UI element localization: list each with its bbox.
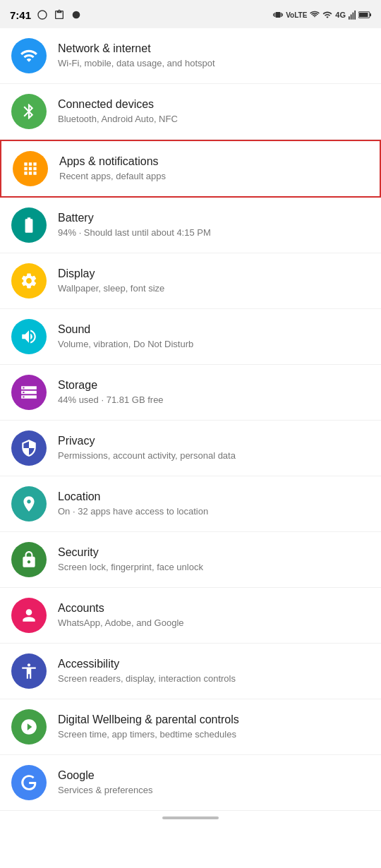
settings-item-sound[interactable]: Sound Volume, vibration, Do Not Disturb: [0, 309, 381, 365]
svg-rect-7: [359, 13, 368, 17]
settings-item-accessibility[interactable]: Accessibility Screen readers, display, i…: [0, 644, 381, 699]
google-title: Google: [58, 768, 370, 783]
google-text: Google Services & preferences: [58, 768, 370, 797]
digital-subtitle: Screen time, app timers, bedtime schedul…: [58, 729, 370, 741]
scroll-bar: [162, 816, 219, 819]
sound-settings-icon: [20, 327, 38, 346]
accessibility-subtitle: Screen readers, display, interaction con…: [58, 673, 370, 685]
settings-item-storage[interactable]: Storage 44% used · 71.81 GB free: [0, 365, 381, 421]
volte-indicator: VoLTE: [286, 11, 307, 19]
battery-settings-icon: [20, 216, 38, 234]
svg-rect-1: [349, 16, 350, 19]
accessibility-icon-circle: [11, 653, 47, 689]
display-text: Display Wallpaper, sleep, font size: [58, 267, 370, 295]
sound-title: Sound: [58, 323, 370, 337]
clipboard-icon: [54, 9, 65, 20]
privacy-settings-icon: [20, 439, 38, 457]
settings-item-apps[interactable]: Apps & notifications Recent apps, defaul…: [0, 140, 381, 198]
digital-text: Digital Wellbeing & parental controls Sc…: [58, 713, 370, 741]
apps-icon-circle: [13, 151, 48, 186]
wifi-icon: [20, 47, 38, 65]
signal2-icon: [349, 10, 356, 20]
apps-text: Apps & notifications Recent apps, defaul…: [59, 155, 368, 183]
storage-subtitle: 44% used · 71.81 GB free: [58, 394, 370, 406]
settings-item-battery[interactable]: Battery 94% · Should last until about 4:…: [0, 198, 381, 253]
location-subtitle: On · 32 apps have access to location: [58, 506, 370, 518]
settings-item-network[interactable]: Network & internet Wi-Fi, mobile, data u…: [0, 28, 381, 84]
security-title: Security: [58, 545, 370, 560]
wifi-calling-icon: [310, 10, 320, 20]
privacy-icon-circle: [11, 430, 47, 466]
location-title: Location: [58, 490, 370, 505]
network-icon-circle: [11, 38, 47, 73]
status-left: 7:41: [10, 9, 82, 21]
settings-item-digital[interactable]: Digital Wellbeing & parental controls Sc…: [0, 699, 381, 755]
display-subtitle: Wallpaper, sleep, font size: [58, 283, 370, 295]
settings-item-connected[interactable]: Connected devices Bluetooth, Android Aut…: [0, 84, 381, 140]
svg-rect-3: [353, 13, 354, 20]
accounts-icon-circle: [11, 598, 47, 633]
security-icon-circle: [11, 542, 47, 577]
privacy-title: Privacy: [58, 434, 370, 449]
status-right: VoLTE 4G: [273, 10, 371, 20]
network-text: Network & internet Wi-Fi, mobile, data u…: [58, 42, 370, 70]
settings-item-location[interactable]: Location On · 32 apps have access to loc…: [0, 476, 381, 532]
bluetooth-icon: [20, 102, 38, 121]
snapchat-icon: [37, 9, 48, 20]
digital-icon-circle: [11, 709, 47, 745]
storage-text: Storage 44% used · 71.81 GB free: [58, 378, 370, 406]
location-icon-circle: [11, 486, 47, 522]
google-settings-icon: [20, 773, 38, 792]
storage-icon-circle: [11, 375, 47, 410]
connected-subtitle: Bluetooth, Android Auto, NFC: [58, 114, 370, 126]
digital-wellbeing-icon: [20, 718, 38, 736]
connected-title: Connected devices: [58, 97, 370, 112]
settings-item-security[interactable]: Security Screen lock, fingerprint, face …: [0, 532, 381, 588]
storage-settings-icon: [20, 383, 38, 402]
network-subtitle: Wi-Fi, mobile, data usage, and hotspot: [58, 58, 370, 70]
location-settings-icon: [20, 495, 38, 513]
google-icon-circle: [11, 765, 47, 800]
security-subtitle: Screen lock, fingerprint, face unlock: [58, 562, 370, 574]
display-icon-circle: [11, 263, 47, 299]
accessibility-settings-icon: [20, 662, 38, 680]
accessibility-text: Accessibility Screen readers, display, i…: [58, 657, 370, 685]
privacy-subtitle: Permissions, account activity, personal …: [58, 450, 370, 462]
location-text: Location On · 32 apps have access to loc…: [58, 490, 370, 518]
network-type: 4G: [335, 11, 346, 19]
display-settings-icon: [20, 272, 38, 290]
privacy-text: Privacy Permissions, account activity, p…: [58, 434, 370, 462]
settings-item-privacy[interactable]: Privacy Permissions, account activity, p…: [0, 421, 381, 476]
sound-icon-circle: [11, 319, 47, 354]
apps-subtitle: Recent apps, default apps: [59, 171, 368, 183]
connected-icon-circle: [11, 94, 47, 129]
sound-subtitle: Volume, vibration, Do Not Disturb: [58, 339, 370, 351]
accounts-title: Accounts: [58, 601, 370, 616]
security-text: Security Screen lock, fingerprint, face …: [58, 545, 370, 574]
battery-title: Battery: [58, 211, 370, 226]
svg-point-0: [73, 11, 80, 19]
accounts-text: Accounts WhatsApp, Adobe, and Google: [58, 601, 370, 629]
storage-title: Storage: [58, 378, 370, 393]
display-title: Display: [58, 267, 370, 282]
apps-title: Apps & notifications: [59, 155, 368, 169]
settings-item-google[interactable]: Google Services & preferences: [0, 755, 381, 811]
security-settings-icon: [20, 550, 38, 569]
circle-icon: [71, 9, 82, 20]
settings-list: Network & internet Wi-Fi, mobile, data u…: [0, 28, 381, 811]
svg-rect-4: [354, 11, 356, 20]
settings-item-display[interactable]: Display Wallpaper, sleep, font size: [0, 253, 381, 309]
status-time: 7:41: [10, 9, 31, 21]
battery-subtitle: 94% · Should last until about 4:15 PM: [58, 227, 370, 239]
settings-item-accounts[interactable]: Accounts WhatsApp, Adobe, and Google: [0, 588, 381, 644]
battery-icon-circle: [11, 207, 47, 243]
connected-text: Connected devices Bluetooth, Android Aut…: [58, 97, 370, 126]
signal-icon: [322, 10, 332, 20]
svg-rect-6: [370, 13, 371, 16]
battery-text: Battery 94% · Should last until about 4:…: [58, 211, 370, 239]
vibrate-icon: [273, 10, 283, 20]
apps-grid-icon: [21, 159, 40, 178]
sound-text: Sound Volume, vibration, Do Not Disturb: [58, 323, 370, 351]
svg-rect-2: [351, 14, 352, 19]
network-title: Network & internet: [58, 42, 370, 56]
